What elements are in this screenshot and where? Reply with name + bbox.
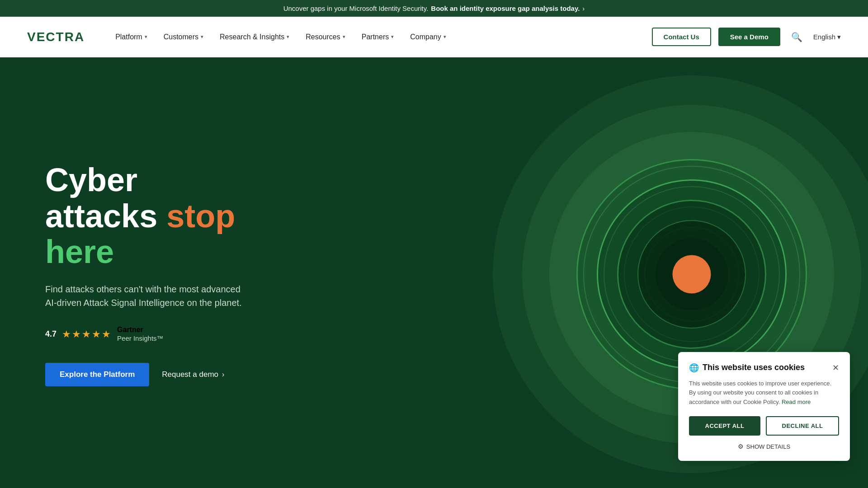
language-label: English (813, 33, 835, 41)
cookie-show-details[interactable]: ⚙ SHOW DETAILS (689, 443, 839, 450)
request-demo-label: Request a demo (162, 370, 218, 379)
cookie-body: This website uses cookies to improve use… (689, 379, 839, 407)
nav-label-platform: Platform (115, 33, 142, 41)
explore-platform-button[interactable]: Explore the Platform (45, 363, 149, 386)
cookie-banner: 🌐 This website uses cookies ✕ This websi… (678, 352, 850, 461)
decline-all-button[interactable]: DECLINE ALL (766, 416, 839, 436)
top-banner: Uncover gaps in your Microsoft Identity … (0, 0, 868, 17)
nav-item-resources[interactable]: Resources ▾ (297, 28, 353, 46)
request-demo-button[interactable]: Request a demo › (162, 370, 224, 379)
chevron-down-icon: ▾ (443, 34, 446, 40)
nav-label-customers: Customers (164, 33, 198, 41)
nav-label-research: Research & Insights (220, 33, 284, 41)
see-demo-button[interactable]: See a Demo (718, 28, 780, 46)
chevron-down-icon: ▾ (287, 34, 289, 40)
circle-center-dot (673, 255, 711, 294)
chevron-down-icon: ▾ (343, 34, 345, 40)
hero-buttons: Explore the Platform Request a demo › (45, 363, 244, 386)
cookie-title: This website uses cookies (703, 363, 805, 372)
hero-rating: 4.7 ★★★★★ Gartner Peer Insights™ (45, 326, 244, 343)
logo-text: VECTRA (27, 30, 85, 44)
nav-item-partners[interactable]: Partners ▾ (354, 28, 402, 46)
nav-label-partners: Partners (362, 33, 389, 41)
navbar: VECTRA Platform ▾ Customers ▾ Research &… (0, 17, 868, 57)
language-selector[interactable]: English ▾ (813, 33, 841, 41)
chevron-down-icon: ▾ (145, 34, 147, 40)
search-icon: 🔍 (791, 32, 802, 42)
hero-title-part1: Cyber attacks (45, 162, 166, 234)
nav-label-company: Company (410, 33, 441, 41)
rating-stars: ★★★★★ (62, 328, 112, 340)
cookie-details-label: SHOW DETAILS (746, 443, 790, 450)
search-button[interactable]: 🔍 (788, 28, 806, 46)
hero-title: Cyber attacks stop here (45, 162, 244, 270)
gartner-info: Gartner Peer Insights™ (117, 326, 164, 343)
nav-label-resources: Resources (306, 33, 340, 41)
banner-cta[interactable]: Book an identity exposure gap analysis t… (431, 5, 580, 12)
gartner-name: Gartner (117, 326, 143, 333)
navbar-actions: Contact Us See a Demo 🔍 English ▾ (652, 28, 841, 46)
cookie-header-left: 🌐 This website uses cookies (689, 363, 805, 373)
cookie-header: 🌐 This website uses cookies ✕ (689, 363, 839, 373)
accept-all-button[interactable]: ACCEPT ALL (689, 416, 760, 436)
rating-score: 4.7 (45, 329, 57, 339)
nav-links: Platform ▾ Customers ▾ Research & Insigh… (107, 28, 651, 46)
chevron-down-icon: ▾ (201, 34, 203, 40)
banner-arrow: › (582, 5, 585, 12)
nav-item-platform[interactable]: Platform ▾ (107, 28, 156, 46)
cookie-read-more[interactable]: Read more (782, 399, 811, 405)
hero-content: Cyber attacks stop here Find attacks oth… (0, 162, 289, 386)
hero-title-stop: stop (166, 198, 235, 234)
chevron-down-icon: ▾ (391, 34, 394, 40)
nav-item-company[interactable]: Company ▾ (402, 28, 454, 46)
hero-subtitle: Find attacks others can't with the most … (45, 282, 244, 310)
gartner-product: Peer Insights™ (117, 334, 164, 343)
banner-text: Uncover gaps in your Microsoft Identity … (283, 5, 429, 12)
cookie-close-button[interactable]: ✕ (832, 364, 839, 372)
arrow-right-icon: › (222, 371, 224, 379)
globe-icon: 🌐 (689, 363, 699, 373)
nav-item-research[interactable]: Research & Insights ▾ (212, 28, 297, 46)
chevron-down-icon: ▾ (837, 33, 841, 41)
contact-us-button[interactable]: Contact Us (652, 28, 711, 46)
logo[interactable]: VECTRA (27, 30, 85, 44)
cookie-actions: ACCEPT ALL DECLINE ALL (689, 416, 839, 436)
nav-item-customers[interactable]: Customers ▾ (156, 28, 212, 46)
gear-icon: ⚙ (738, 443, 744, 450)
hero-title-here: here (45, 234, 114, 270)
